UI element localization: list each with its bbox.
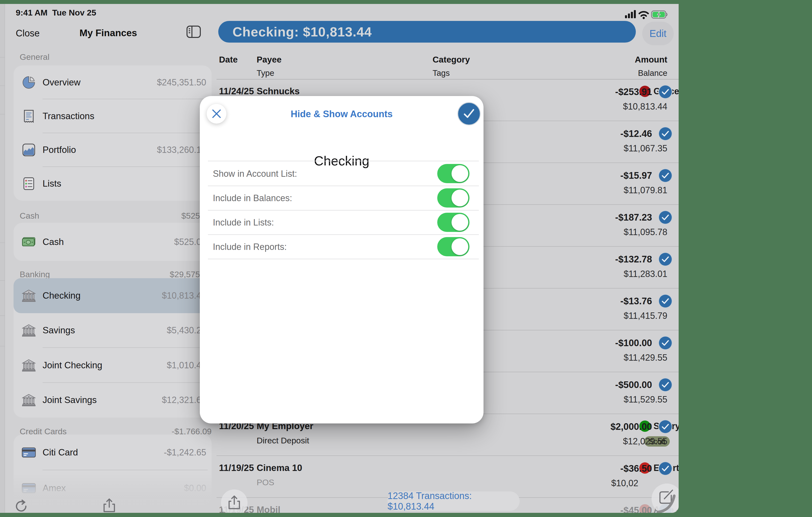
transaction-amount: -$36.50 [620, 463, 652, 474]
cleared-checkmark[interactable] [659, 127, 672, 140]
sidebar-item-label: Lists [42, 179, 206, 189]
wifi-dot [643, 17, 645, 19]
checkmark-icon [662, 340, 669, 346]
section-header-banking: Banking$29,575.82 [20, 270, 212, 279]
bank-icon [21, 358, 36, 372]
cleared-checkmark[interactable] [659, 85, 672, 98]
battery-icon [651, 11, 667, 18]
sidebar-title: My Finances [47, 28, 170, 38]
account-header-label: Checking: $10,813.44 [233, 24, 372, 39]
toggle-switch[interactable] [437, 213, 469, 232]
transaction-balance: $10,813.44 [623, 102, 667, 112]
background-window-row-line [0, 243, 5, 243]
transaction-balance: $11,283.01 [624, 269, 667, 279]
sidebar-item-joint-checking[interactable]: Joint Checking$1,010.49 [13, 348, 212, 383]
transaction-amount: -$45.00 [620, 505, 652, 513]
column-header-category[interactable]: Category [433, 55, 470, 64]
background-window-row-line [0, 57, 5, 58]
sidebar-item-joint-savings[interactable]: Joint Savings$12,321.67 [13, 383, 212, 418]
column-header-type[interactable]: Type [257, 69, 274, 78]
sidebar-item-overview[interactable]: Overview$245,351.50 [13, 65, 212, 99]
transaction-date: 11/19/25 [219, 463, 254, 473]
status-bar-icons [625, 9, 669, 19]
background-window-row-line [0, 316, 5, 316]
sidebar-item-checking[interactable]: Checking$10,813.44 [13, 278, 212, 313]
section-label: Banking [20, 270, 50, 279]
bank-icon [21, 289, 36, 303]
column-header-balance[interactable]: Balance [638, 69, 667, 78]
column-header-date[interactable]: Date [219, 55, 238, 64]
share-icon[interactable] [103, 498, 116, 512]
sidebar-item-label: Portfolio [42, 145, 157, 155]
transaction-amount: -$132.78 [615, 254, 652, 265]
refresh-icon[interactable] [15, 499, 28, 513]
sidebar-item-label: Overview [42, 77, 157, 88]
sidebar-item-label: Citi Card [42, 447, 164, 458]
transaction-amount: -$500.00 [615, 380, 652, 390]
sidebar-card-cash: Cash$525.00 [13, 223, 212, 261]
cleared-checkmark[interactable] [659, 420, 672, 433]
sidebar-toggle-icon[interactable] [186, 26, 201, 38]
wifi-icon [639, 12, 648, 16]
sidebar-item-transactions[interactable]: Transactions [13, 99, 212, 133]
toggle-knob [452, 214, 468, 231]
cleared-checkmark[interactable] [659, 211, 672, 224]
sidebar-item-citi-card[interactable]: Citi Card-$1,242.65 [13, 435, 212, 470]
sidebar-item-label: Joint Checking [42, 360, 167, 371]
column-header-amount[interactable]: Amount [635, 55, 667, 64]
cleared-checkmark[interactable] [659, 295, 672, 307]
cleared-checkmark[interactable] [659, 378, 672, 391]
background-window-row-line [0, 280, 5, 281]
modal-divider [208, 235, 479, 235]
sidebar-item-value: $12,321.67 [162, 395, 206, 405]
sidebar-item-value: $10,813.44 [162, 291, 206, 301]
checkmark-icon [662, 256, 669, 262]
close-button[interactable]: Close [16, 28, 39, 39]
sidebar-item-value: $133,260.10 [157, 145, 206, 155]
toggle-knob [452, 238, 468, 255]
toggle-switch[interactable] [437, 237, 469, 256]
transaction-amount: -$100.00 [615, 338, 652, 348]
background-window-edge [0, 4, 5, 513]
section-header-cash: Cash$525.00 [20, 211, 212, 221]
modal-divider [208, 210, 479, 211]
cleared-checkmark[interactable] [659, 336, 672, 349]
cleared-checkmark[interactable] [659, 169, 672, 182]
transaction-amount: -$13.76 [620, 296, 652, 306]
checkmark-icon [662, 466, 669, 471]
transactions-summary-button[interactable]: 12384 Transactions: $10,813.44 [387, 491, 520, 511]
sidebar-item-savings[interactable]: Savings$5,430.22 [13, 313, 212, 348]
background-window-row-line [0, 114, 5, 114]
cleared-checkmark[interactable] [659, 253, 672, 266]
section-label: Cash [20, 211, 39, 221]
edit-button[interactable]: Edit [642, 22, 674, 45]
column-header-tags[interactable]: Tags [433, 69, 450, 78]
toggle-knob [452, 165, 468, 182]
cleared-checkmark[interactable] [659, 462, 672, 475]
toggle-switch[interactable] [437, 188, 469, 208]
account-header: Checking: $10,813.44 [218, 21, 636, 43]
toggle-row-include-in-lists: Include in Lists: [208, 210, 479, 235]
checkmark-icon [662, 214, 669, 220]
modal-divider [208, 186, 479, 186]
toggle-switch[interactable] [437, 164, 469, 183]
column-header-payee[interactable]: Payee [257, 55, 282, 64]
sidebar-item-cash[interactable]: Cash$525.00 [13, 223, 212, 261]
checkmark-icon [662, 382, 669, 388]
window-resize-handle[interactable] [656, 494, 679, 513]
transaction-balance: $11,079.81 [624, 185, 667, 195]
cellular-signal-icon [625, 10, 636, 18]
share-transactions-icon[interactable] [228, 495, 241, 509]
checkmark-icon [662, 89, 669, 95]
sidebar-item-portfolio[interactable]: Portfolio$133,260.10 [13, 133, 212, 167]
transaction-balance: $11,067.35 [624, 143, 667, 154]
toggle-row-show-in-account-list: Show in Account List: [208, 161, 479, 186]
modal-accept-button[interactable] [458, 102, 481, 125]
sidebar-item-label: Joint Savings [42, 395, 162, 405]
toggle-knob [452, 190, 468, 206]
modal-divider [208, 259, 479, 259]
status-date: Tue Nov 25 [52, 8, 96, 17]
app-window: 9:41 AM Tue Nov 25 Close My Finan [5, 4, 679, 513]
sidebar-item-lists[interactable]: Lists [13, 167, 212, 201]
credit-card-icon [21, 445, 36, 459]
